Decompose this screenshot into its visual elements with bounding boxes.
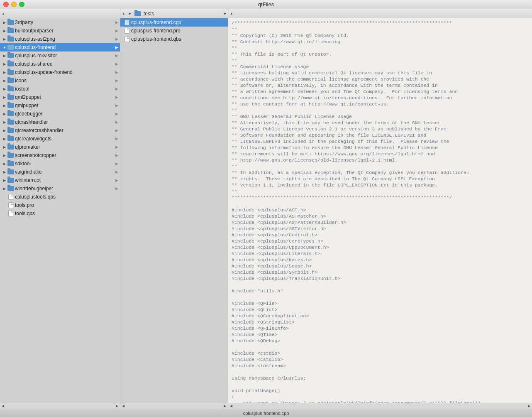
label-pro: cplusplus-frontend.pro (131, 28, 228, 34)
expand-buildoutputparser[interactable]: ▶ (2, 28, 7, 34)
tree-item-qtcreatorwidgets[interactable]: ▶ qtcreatorwidgets ▶ (0, 135, 120, 143)
code-line: ** (232, 107, 529, 113)
middle-scroll-right[interactable]: ▶ (224, 404, 226, 408)
expand-sdktool[interactable]: ▶ (2, 161, 7, 167)
expand-iostool[interactable]: ▶ (2, 86, 7, 92)
label-cplusplustools-qbs: cplusplustools.qbs (15, 194, 120, 200)
expand-cplusplus-shared[interactable]: ▶ (2, 61, 7, 67)
folder-icon-cplusplus-ast2png (7, 36, 15, 42)
tree-item-screenshotcropper[interactable]: ▶ screenshotcropper ▶ (0, 151, 120, 159)
expand-cplusplus-ast2png[interactable]: ▶ (2, 36, 7, 42)
chevron-buildoutputparser: ▶ (113, 29, 118, 33)
tree-item-icons[interactable]: ▶ icons ▶ (0, 76, 120, 85)
tree-item-cplusplus-frontend[interactable]: ▼ cplusplus-frontend ▶ (0, 43, 120, 52)
expand-valgrindfake[interactable]: ▶ (2, 169, 7, 175)
right-scroll-left[interactable]: ◀ (230, 404, 232, 408)
code-line: ** (232, 26, 529, 32)
left-pane-scroll[interactable]: ▶ 3rdparty ▶ ▶ buildoutputparser ▶ ▶ cpl… (0, 18, 120, 403)
expand-qml2puppet[interactable]: ▶ (2, 94, 7, 100)
file-icon-qbs (124, 36, 131, 42)
code-line: ** a written agreement between you and T… (232, 88, 529, 95)
tree-item-qtpromaker[interactable]: ▶ qtpromaker ▶ (0, 143, 120, 151)
expand-qmlpuppet[interactable]: ▶ (2, 103, 7, 108)
left-up-arrow[interactable]: ▲ (2, 12, 5, 15)
middle-collapse-arrow[interactable]: ▶ (224, 12, 226, 15)
label-buildoutputparser: buildoutputparser (15, 28, 113, 34)
middle-scroll-left[interactable]: ◀ (122, 404, 124, 408)
middle-up-arrow[interactable]: ▲ (122, 12, 125, 15)
folder-icon-cplusplus-update-frontend (7, 69, 15, 75)
code-line: ** Software Foundation and appearing in … (232, 132, 529, 138)
expand-qtcrashhandler[interactable]: ▶ (2, 119, 7, 125)
expand-screenshotcropper[interactable]: ▶ (2, 152, 7, 158)
expand-cplusplus-mkvisitor[interactable]: ▶ (2, 53, 7, 59)
tree-item-wininterrupt[interactable]: ▶ wininterrupt ▶ (0, 176, 120, 184)
tree-item-cplusplus-mkvisitor[interactable]: ▶ cplusplus-mkvisitor ▶ (0, 52, 120, 60)
minimize-button[interactable] (11, 2, 17, 7)
chevron-screenshotcropper: ▶ (113, 153, 118, 157)
label-qbs: cplusplus-frontend.qbs (131, 36, 228, 42)
chevron-qtpromaker: ▶ (113, 145, 118, 149)
file-item-cpp[interactable]: cplusplus-frontend.cpp (120, 18, 228, 27)
folder-icon-icons (7, 78, 15, 83)
code-line: ** version 1.1, included in the file LGP… (232, 182, 529, 188)
maximize-button[interactable] (19, 2, 24, 7)
expand-icons[interactable]: ▶ (2, 78, 7, 83)
tree-item-cplusplus-shared[interactable]: ▶ cplusplus-shared ▶ (0, 60, 120, 68)
file-icon-cplusplustools-qbs (7, 194, 15, 200)
code-line (232, 344, 529, 350)
code-editor[interactable]: /***************************************… (228, 18, 532, 403)
code-line: #include <cplusplus/ASTMatcher.h> (232, 213, 529, 219)
folder-icon-qtcrashhandler (7, 119, 15, 125)
middle-pane: ▲ ▶ tests ▶ cplusplus-frontend.cpp cplus… (120, 9, 228, 409)
tree-item-winrtdebughelper[interactable]: ▶ winrtdebughelper ▶ (0, 184, 120, 193)
tree-item-qmlpuppet[interactable]: ▶ qmlpuppet ▶ (0, 101, 120, 110)
expand-3rdparty[interactable]: ▶ (2, 20, 7, 25)
tree-item-cplusplustools-qbs[interactable]: ▶ cplusplustools.qbs (0, 193, 120, 201)
expand-wininterrupt[interactable]: ▶ (2, 177, 7, 183)
tree-item-sdktool[interactable]: ▶ sdktool ▶ (0, 159, 120, 168)
code-line: ** LICENSE.LGPLv3 included in the packag… (232, 138, 529, 145)
label-qtcrashhandler: qtcrashhandler (15, 119, 113, 125)
expand-cplusplus-frontend[interactable]: ▼ (2, 44, 7, 50)
tree-item-3rdparty[interactable]: ▶ 3rdparty ▶ (0, 18, 120, 27)
chevron-cplusplus-frontend: ▶ (113, 45, 118, 49)
tree-item-valgrindfake[interactable]: ▶ valgrindfake ▶ (0, 168, 120, 176)
middle-pane-scroll[interactable]: cplusplus-frontend.cpp cplusplus-fronten… (120, 18, 228, 403)
left-scroll-right[interactable]: ▶ (116, 404, 118, 408)
code-line (232, 201, 529, 207)
tree-item-qtcreatorcrashhandler[interactable]: ▶ qtcreatorcrashhandler ▶ (0, 126, 120, 135)
left-scroll-left[interactable]: ◀ (2, 404, 4, 408)
file-icon-pro (124, 28, 131, 34)
expand-cplusplus-update-frontend[interactable]: ▶ (2, 69, 7, 75)
folder-icon-qtpromaker (7, 144, 15, 150)
expand-qtcreatorcrashhandler[interactable]: ▶ (2, 128, 7, 133)
tree-item-iostool[interactable]: ▶ iostool ▶ (0, 85, 120, 93)
expand-qtcreatorwidgets[interactable]: ▶ (2, 136, 7, 142)
folder-icon-valgrindfake (7, 169, 15, 175)
code-line: #include <iostream> (232, 363, 529, 369)
tree-item-buildoutputparser[interactable]: ▶ buildoutputparser ▶ (0, 27, 120, 35)
tree-item-cplusplus-ast2png[interactable]: ▶ cplusplus-ast2png ▶ (0, 35, 120, 43)
code-line: ** http://www.gnu.org/licenses/old-licen… (232, 157, 529, 163)
code-line: #include <cplusplus/ASTVisitor.h> (232, 226, 529, 232)
folder-icon-cplusplus-frontend (7, 44, 15, 50)
code-line: #include <QCoreApplication> (232, 313, 529, 319)
expand-qtpromaker[interactable]: ▶ (2, 144, 7, 150)
code-line: #include <cplusplus/CppDocument.h> (232, 244, 529, 250)
expand-winrtdebughelper[interactable]: ▶ (2, 186, 7, 191)
tree-item-tools-pro[interactable]: ▶ tools.pro (0, 201, 120, 209)
file-item-qbs[interactable]: cplusplus-frontend.qbs (120, 35, 228, 43)
expand-qtcdebugger[interactable]: ▶ (2, 111, 7, 117)
tree-item-cplusplus-update-frontend[interactable]: ▶ cplusplus-update-frontend ▶ (0, 68, 120, 76)
right-scroll-right[interactable]: ▶ (528, 404, 530, 408)
tree-item-qtcrashhandler[interactable]: ▶ qtcrashhandler ▶ (0, 118, 120, 126)
close-button[interactable] (3, 2, 9, 7)
tree-item-qml2puppet[interactable]: ▶ qml2puppet ▶ (0, 93, 120, 101)
file-item-pro[interactable]: cplusplus-frontend.pro (120, 27, 228, 35)
right-up-arrow[interactable]: ▲ (230, 12, 233, 15)
folder-icon-buildoutputparser (7, 28, 15, 34)
tree-item-qtcdebugger[interactable]: ▶ qtcdebugger ▶ (0, 110, 120, 118)
code-line: ** This file is part of Qt Creator. (232, 51, 529, 57)
tree-item-tools-qbs[interactable]: ▶ tools.qbs (0, 209, 120, 218)
